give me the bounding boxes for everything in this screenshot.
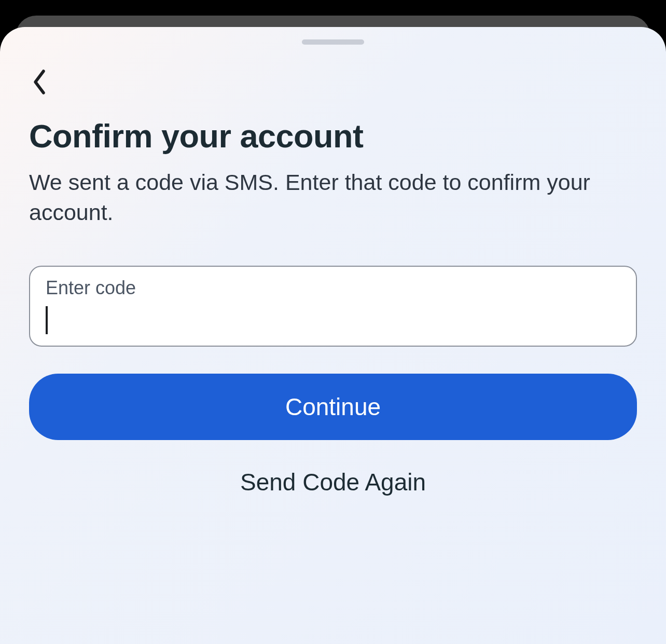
sheet-drag-handle[interactable] — [302, 39, 364, 45]
code-input[interactable] — [46, 301, 620, 327]
chevron-left-icon — [31, 68, 48, 95]
code-input-container[interactable]: Enter code — [29, 266, 637, 347]
page-subtitle: We sent a code via SMS. Enter that code … — [29, 167, 637, 227]
send-code-again-button[interactable]: Send Code Again — [29, 468, 637, 496]
confirmation-sheet: Confirm your account We sent a code via … — [0, 27, 666, 644]
text-cursor-icon — [46, 306, 48, 334]
page-title: Confirm your account — [29, 117, 637, 155]
code-input-label: Enter code — [46, 277, 620, 299]
back-button[interactable] — [23, 65, 56, 99]
continue-button[interactable]: Continue — [29, 374, 637, 440]
